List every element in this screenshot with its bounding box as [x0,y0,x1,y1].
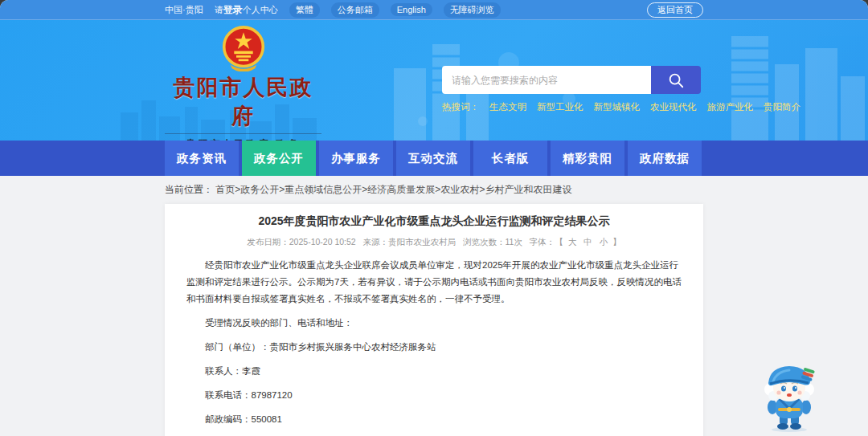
hot-term-urbanization[interactable]: 新型城镇化 [594,101,641,113]
paragraph-contact-intro: 受理情况反映的部门、电话和地址： [186,315,682,332]
nav-item-zhangzheban[interactable]: 长者版 [473,141,547,176]
site-title: 贵阳市人民政府 [165,73,321,131]
browser-page: 中国·贵阳 请登录个人中心 繁體 公务邮箱 English 无障碍浏览 返回首页 [0,0,868,436]
article-meta: 发布日期：2025-10-20 10:52 来源：贵阳市农业农村局 浏览次数：1… [186,237,682,248]
national-emblem-icon [222,25,265,71]
login-strong: 登录 [223,4,243,15]
top-utility-bar: 中国·贵阳 请登录个人中心 繁體 公务邮箱 English 无障碍浏览 返回首页 [0,0,868,20]
site-logo-block[interactable]: 贵阳市人民政府 贵阳市人民政府·政务 www.guiyang.gov.cn [165,25,321,141]
site-banner: 贵阳市人民政府 贵阳市人民政府·政务 www.guiyang.gov.cn 热搜… [0,20,868,141]
nav-item-banshi-fuwu[interactable]: 办事服务 [319,141,393,176]
font-size-small[interactable]: 小 [600,237,608,247]
view-count: 浏览次数：11次 [463,237,522,247]
topbar-link-traditional-chinese[interactable]: 繁體 [289,2,320,18]
back-home-button[interactable]: 返回首页 [647,2,703,18]
hot-search-label: 热搜词： [442,101,479,113]
breadcrumb: 当前位置： 首页>政务公开>重点领域信息公开>经济高质量发展>农业农村>乡村产业… [165,176,703,202]
topbar-link-china-guiyang[interactable]: 中国·贵阳 [165,4,203,16]
nav-item-zhengfu-shuju[interactable]: 政府数据 [628,141,702,176]
main-navigation: 政务资讯 政务公开 办事服务 互动交流 长者版 精彩贵阳 政府数据 [0,141,868,176]
hot-term-guiyang-intro[interactable]: 贵阳简介 [764,101,800,113]
nav-item-zhengwu-zixun[interactable]: 政务资讯 [165,141,239,176]
article-source: 来源：贵阳市农业农村局 [363,237,457,247]
topbar-link-accessibility[interactable]: 无障碍浏览 [444,2,501,18]
site-subtitle: 贵阳市人民政府·政务 [165,133,321,141]
font-size-label-close: 】 [612,237,621,247]
font-size-large[interactable]: 大 [568,237,577,247]
publish-date: 发布日期：2025-10-20 10:52 [247,237,355,247]
breadcrumb-path[interactable]: 首页>政务公开>重点领域信息公开>经济高质量发展>农业农村>乡村产业和农田建设 [215,184,571,195]
topbar-login-link[interactable]: 请登录个人中心 [215,3,278,17]
paragraph-announcement: 经贵阳市农业产业化市级重点龙头企业联席会议成员单位审定，现对2025年开展的农业… [186,257,682,308]
hot-term-tourism[interactable]: 旅游产业化 [707,101,754,113]
topbar-link-official-mail[interactable]: 公务邮箱 [331,2,379,18]
search-block: 热搜词： 生态文明 新型工业化 新型城镇化 农业现代化 旅游产业化 贵阳简介 [442,66,701,113]
search-icon [667,71,685,89]
font-size-medium[interactable]: 中 [583,237,592,247]
font-size-label: 字体：【 [530,237,563,247]
hot-term-ecology[interactable]: 生态文明 [489,101,526,113]
topbar-link-english[interactable]: English [391,3,432,16]
mascot-shadow [772,427,807,432]
login-prefix: 请 [215,5,223,14]
article-title: 2025年度贵阳市农业产业化市级重点龙头企业运行监测和评定结果公示 [186,214,682,229]
login-suffix: 个人中心 [243,5,278,14]
search-button[interactable] [651,66,701,94]
paragraph-department: 部门（单位）：贵阳市乡村振兴服务中心农村经济服务站 [186,339,682,356]
paragraph-postcode: 邮政编码：550081 [186,411,682,428]
breadcrumb-label: 当前位置： [165,184,213,195]
paragraph-phone: 联系电话：87987120 [186,387,682,404]
hot-term-industrialization[interactable]: 新型工业化 [537,101,583,113]
nav-item-jingcai-guiyang[interactable]: 精彩贵阳 [551,141,624,176]
nav-item-hudong-jiaoliu[interactable]: 互动交流 [396,141,470,176]
hot-search-row: 热搜词： 生态文明 新型工业化 新型城镇化 农业现代化 旅游产业化 贵阳简介 [442,101,701,113]
article-body: 经贵阳市农业产业化市级重点龙头企业联席会议成员单位审定，现对2025年开展的农业… [186,257,682,436]
mascot-character[interactable] [757,362,821,433]
nav-item-zhengwu-gongkai[interactable]: 政务公开 [242,141,316,176]
hot-term-agri-modernization[interactable]: 农业现代化 [650,101,697,113]
search-input[interactable] [442,66,651,94]
article-card: 2025年度贵阳市农业产业化市级重点龙头企业运行监测和评定结果公示 发布日期：2… [165,204,703,436]
paragraph-contact-person: 联系人：李霞 [186,363,682,380]
